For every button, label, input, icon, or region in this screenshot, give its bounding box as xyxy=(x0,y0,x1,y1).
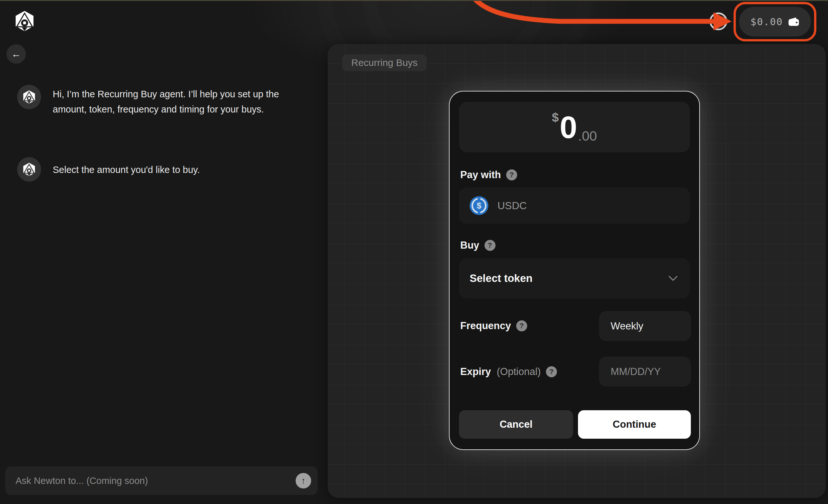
back-button[interactable]: ← xyxy=(6,44,26,64)
amount-input[interactable]: $ 0 .00 xyxy=(459,102,690,152)
back-arrow-icon: ← xyxy=(11,48,21,59)
pay-with-label-row: Pay with ? xyxy=(460,169,517,181)
pay-with-label: Pay with xyxy=(460,169,501,181)
expiry-label: Expiry xyxy=(460,366,491,378)
workflow-canvas: Recurring Buys $ 0 .00 Pay with ? $ USDC… xyxy=(328,44,826,498)
frequency-label: Frequency xyxy=(460,320,511,332)
chevron-down-icon xyxy=(668,275,678,282)
window-top-edge xyxy=(0,0,828,1)
newton-logo-icon xyxy=(22,90,36,104)
chat-input-bar: ↑ xyxy=(5,466,318,495)
balance-amount: $0.00 xyxy=(750,16,783,28)
frequency-selector[interactable]: Weekly xyxy=(599,311,691,341)
buy-label-row: Buy ? xyxy=(460,239,496,251)
chat-message: Hi, I’m the Recurring Buy agent. I’ll he… xyxy=(17,85,302,117)
cancel-button[interactable]: Cancel xyxy=(459,410,573,439)
amount-currency-symbol: $ xyxy=(552,110,558,125)
expiry-label-row: Expiry (Optional) ? xyxy=(460,366,557,378)
buy-label: Buy xyxy=(460,239,479,251)
chat-message-text: Hi, I’m the Recurring Buy agent. I’ll he… xyxy=(53,85,302,117)
continue-button[interactable]: Continue xyxy=(578,410,691,439)
frequency-value: Weekly xyxy=(611,320,643,332)
agent-avatar xyxy=(17,157,41,182)
wallet-balance-pill[interactable]: $0.00 xyxy=(739,7,811,37)
canvas-tag-recurring-buys: Recurring Buys xyxy=(342,54,427,71)
annotation-highlight-box: $0.00 xyxy=(734,2,816,41)
up-arrow-icon: ↑ xyxy=(301,476,306,486)
annotation-arrow xyxy=(420,0,754,45)
recurring-buy-card: $ 0 .00 Pay with ? $ USDC Buy ? Select t… xyxy=(449,91,700,450)
chat-input[interactable] xyxy=(15,475,296,487)
chat-message: Select the amount you'd like to buy. xyxy=(17,157,302,182)
usdc-token-icon: $ xyxy=(470,196,488,215)
amount-cents-value: .00 xyxy=(578,128,597,144)
pay-with-token-label: USDC xyxy=(497,200,527,212)
chat-message-text: Select the amount you'd like to buy. xyxy=(53,157,302,182)
wallet-icon xyxy=(788,17,799,27)
expiry-date-input[interactable] xyxy=(599,357,691,387)
newton-logo-icon[interactable] xyxy=(14,10,35,32)
newton-logo-icon xyxy=(22,162,36,177)
svg-text:$: $ xyxy=(477,201,481,210)
expiry-optional-label: (Optional) xyxy=(497,366,541,378)
select-token-placeholder: Select token xyxy=(470,272,532,284)
amount-whole-value: 0 xyxy=(560,111,577,143)
select-token-dropdown[interactable]: Select token xyxy=(459,258,690,299)
frequency-label-row: Frequency ? xyxy=(460,320,527,332)
send-button[interactable]: ↑ xyxy=(296,473,311,489)
pay-with-selector[interactable]: $ USDC xyxy=(459,187,690,224)
help-icon[interactable]: ? xyxy=(506,170,517,180)
help-icon[interactable]: ? xyxy=(516,320,527,331)
help-icon[interactable]: ? xyxy=(485,240,496,251)
help-icon[interactable]: ? xyxy=(546,366,557,377)
agent-avatar xyxy=(17,85,41,109)
